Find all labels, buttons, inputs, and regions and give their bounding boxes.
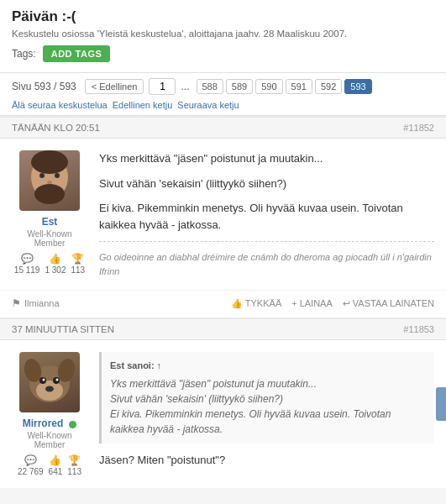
post-1-stat-trophy: 113 <box>71 265 85 275</box>
post-1-actions: 👍 TYKKÄÄ + LAINAA ↩ VASTAA LAINATEN <box>231 298 434 309</box>
post-1-stat-messages: 15 119 <box>14 265 40 275</box>
post-2-body: Mirrored Well-Known Member 💬 22 769 👍 64… <box>0 340 446 488</box>
like-icon: 👍 <box>231 298 243 309</box>
tags-label: Tags: <box>12 48 36 60</box>
page-info: Sivu 593 / 593 <box>12 81 76 92</box>
post-1-body: Est Well-Known Member 💬 15 119 👍 1 302 🏆… <box>0 139 446 290</box>
post-1: TÄNÄÄN KLO 20:51 #11852 <box>0 116 446 318</box>
post-1-text-1: Yks merkittävä "jäsen" poistunut ja muut… <box>99 150 434 167</box>
post-2-content: Est sanoi: ↑ Yks merkittävä "jäsen" pois… <box>99 352 434 476</box>
post-1-avatar <box>19 150 80 211</box>
post-2-stat-icon-likes: 👍 <box>49 454 61 466</box>
post-2-stat-likes: 641 <box>49 467 63 476</box>
svg-point-2 <box>34 184 65 204</box>
post-2-quote-line-3: Ei kiva. Pikemminkin menetys. Oli hyvää … <box>110 407 426 437</box>
page-590[interactable]: 590 <box>255 79 282 94</box>
post-2-stat-icon-messages: 💬 <box>24 454 37 466</box>
svg-point-3 <box>39 173 45 178</box>
svg-point-1 <box>31 150 68 174</box>
online-indicator <box>69 421 76 428</box>
post-2-quote-author: Est sanoi: ↑ <box>110 359 426 373</box>
post-1-report: ⚑ Ilmianna <box>12 297 60 309</box>
svg-point-14 <box>45 386 54 392</box>
post-1-like-action[interactable]: 👍 TYKKÄÄ <box>231 298 281 309</box>
post-1-reply-action[interactable]: ↩ VASTAA LAINATEN <box>343 298 434 309</box>
page-589[interactable]: 589 <box>226 79 253 94</box>
post-2-stat-messages: 22 769 <box>18 467 44 476</box>
post-2-header: 37 MINUUTTIA SITTEN #11853 <box>0 319 446 340</box>
page-title: Päivän :-( <box>12 8 434 25</box>
pagination-bar: Sivu 593 / 593 < Edellinen ... 588 589 5… <box>0 73 446 116</box>
post-1-quote-action[interactable]: + LAINAA <box>291 298 333 309</box>
page-588[interactable]: 588 <box>197 79 223 94</box>
post-2-user-stats: 💬 22 769 👍 641 🏆 113 <box>12 454 87 476</box>
post-1-text-2: Sivut vähän 'sekaisin' (liittyykö siihen… <box>99 176 434 192</box>
post-1-stat-icon-likes: 👍 <box>49 253 61 265</box>
post-2-text-1: Jäsen? Miten "poistunut"? <box>99 452 434 469</box>
post-1-foreign-text: Go oideoinne an diabhal dréimire de cnám… <box>99 250 434 278</box>
svg-point-13 <box>56 379 59 381</box>
post-2: 37 MINUUTTIA SITTEN #11853 <box>0 318 446 488</box>
post-2-user-role: Well-Known Member <box>12 431 87 449</box>
page-dots: ... <box>181 81 189 92</box>
next-thread-link[interactable]: Seuraava ketju <box>177 100 239 110</box>
post-1-username[interactable]: Est <box>12 216 87 228</box>
post-2-username[interactable]: Mirrored <box>23 417 64 429</box>
flag-icon: ⚑ <box>12 297 21 309</box>
page-593[interactable]: 593 <box>344 79 371 94</box>
reply-label: VASTAA LAINATEN <box>353 298 434 308</box>
quote-icon: + <box>291 298 296 308</box>
prev-page-button[interactable]: < Edellinen <box>85 79 144 94</box>
post-2-id: #11853 <box>403 324 434 334</box>
prev-thread-link[interactable]: Edellinen ketju <box>113 100 173 110</box>
post-1-stat-icon-messages: 💬 <box>21 253 34 265</box>
post-2-quote: Est sanoi: ↑ Yks merkittävä "jäsen" pois… <box>99 352 434 444</box>
page-input[interactable] <box>149 78 176 95</box>
post-1-user-sidebar: Est Well-Known Member 💬 15 119 👍 1 302 🏆… <box>12 150 87 278</box>
add-tags-button[interactable]: ADD TAGS <box>43 45 111 62</box>
post-1-stat-likes: 1 302 <box>45 265 66 275</box>
scroll-tab[interactable] <box>436 387 446 421</box>
post-1-text-3: Ei kiva. Pikemminkin menetys. Oli hyvää … <box>99 200 434 233</box>
post-1-header: TÄNÄÄN KLO 20:51 #11852 <box>0 118 446 139</box>
post-2-user-sidebar: Mirrored Well-Known Member 💬 22 769 👍 64… <box>12 352 87 476</box>
post-1-timestamp: TÄNÄÄN KLO 20:51 <box>12 123 100 133</box>
post-2-quote-line-1: Yks merkittävä "jäsen" poistunut ja muut… <box>110 376 426 391</box>
post-1-user-stats: 💬 15 119 👍 1 302 🏆 113 <box>12 253 87 275</box>
post-1-user-role: Well-Known Member <box>12 229 87 248</box>
post-1-footer: ⚑ Ilmianna 👍 TYKKÄÄ + LAINAA ↩ VASTAA LA… <box>0 290 446 318</box>
quote-label: LAINAA <box>300 298 333 308</box>
page-591[interactable]: 591 <box>286 79 312 94</box>
post-2-quote-line-2: Sivut vähän 'sekaisin' (liittyykö siihen… <box>110 391 426 407</box>
post-1-stat-icon-trophy: 🏆 <box>71 253 84 265</box>
post-1-id: #11852 <box>403 123 434 133</box>
follow-thread-link[interactable]: Älä seuraa keskustelua <box>12 100 108 110</box>
svg-point-4 <box>55 173 60 178</box>
svg-point-12 <box>43 379 45 381</box>
page-subtitle: Keskustelu osiossa 'Yleistä keskustelua'… <box>12 29 434 39</box>
post-2-stat-trophy: 113 <box>67 467 81 476</box>
page-number-row: 588 589 590 591 592 593 <box>197 79 372 94</box>
post-2-timestamp: 37 MINUUTTIA SITTEN <box>12 324 114 334</box>
post-1-divider <box>99 241 434 242</box>
post-1-content: Yks merkittävä "jäsen" poistunut ja muut… <box>99 150 434 278</box>
post-2-stat-icon-trophy: 🏆 <box>68 454 81 466</box>
svg-point-5 <box>47 181 52 184</box>
post-2-avatar <box>19 352 80 412</box>
like-label: TYKKÄÄ <box>245 298 281 308</box>
page-592[interactable]: 592 <box>315 79 342 94</box>
post-1-report-label[interactable]: Ilmianna <box>24 298 60 308</box>
reply-icon: ↩ <box>343 298 350 309</box>
